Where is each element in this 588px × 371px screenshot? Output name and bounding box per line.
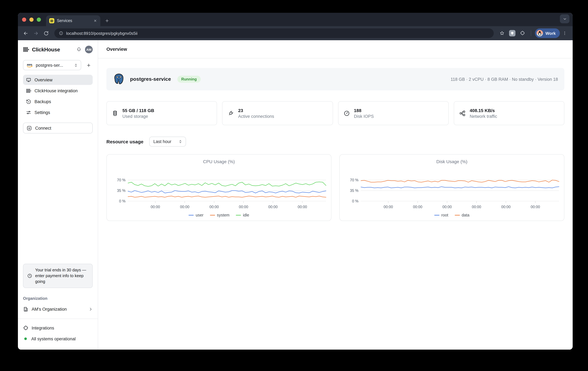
legend-dash-icon [210, 215, 215, 216]
browser-menu-icon[interactable] [561, 29, 568, 38]
sidebar-item-backups[interactable]: Backups [23, 96, 93, 107]
svg-text:00:00: 00:00 [298, 205, 307, 209]
stat-card: 408.15 KB/sNetwork traffic [454, 101, 565, 125]
extensions-puzzle-icon[interactable] [518, 29, 527, 38]
svg-text:00:00: 00:00 [531, 205, 540, 209]
back-button[interactable] [21, 29, 30, 38]
selected-service-name: postgres-ser... [36, 63, 71, 68]
stat-card: 23Active connections [222, 101, 333, 125]
svg-text:0 %: 0 % [352, 199, 358, 203]
settings-icon [26, 110, 31, 115]
stat-label: Network traffic [470, 114, 497, 119]
chart-legend: usersystemidle [110, 213, 328, 217]
brand-name: ClickHouse [32, 46, 73, 52]
integrations-puzzle-icon [23, 325, 28, 331]
svg-text:00:00: 00:00 [413, 205, 422, 209]
notifications-bell-icon[interactable] [75, 46, 83, 53]
minimize-window-button[interactable] [29, 17, 33, 21]
aws-logo-icon: aws [26, 63, 33, 68]
svg-text:0 %: 0 % [119, 199, 126, 203]
resource-usage-heading: Resource usage [106, 139, 144, 144]
chart-title: CPU Usage (%) [110, 159, 328, 164]
sidebar-divider [18, 319, 98, 319]
sidebar-item-settings[interactable]: Settings [23, 107, 93, 118]
svg-text:70 %: 70 % [117, 178, 126, 182]
legend-dash-icon [236, 215, 241, 216]
svg-text:00:00: 00:00 [151, 205, 160, 209]
sidebar-nav: OverviewClickHouse integrationBackupsSet… [23, 75, 93, 118]
organization-name: AM's Organization [32, 307, 67, 311]
legend-label: root [441, 213, 448, 217]
shield-extension-icon[interactable] [508, 29, 517, 38]
trial-notice-text: Your trial ends in 30 days — enter payme… [35, 267, 89, 284]
sidebar-item-label: Overview [34, 77, 52, 82]
stat-cards: 55 GB / 118 GBUsed storage23Active conne… [106, 101, 564, 125]
svg-text:00:00: 00:00 [239, 205, 248, 209]
main-content: Overview postgres-service Runni [98, 40, 573, 350]
profile-chip[interactable]: Work [535, 28, 560, 38]
stat-value: 55 GB / 118 GB [122, 108, 154, 113]
close-window-button[interactable] [22, 17, 26, 21]
clickhouse-icon [26, 88, 31, 93]
time-range-select[interactable]: Last hour [149, 137, 186, 147]
chevron-updown-icon [74, 63, 78, 67]
stat-value: 188 [354, 108, 374, 113]
svg-text:00:00: 00:00 [268, 205, 278, 209]
bookmark-star-icon[interactable] [497, 29, 506, 38]
page-title: Overview [106, 47, 127, 52]
connect-button[interactable]: Connect [23, 123, 93, 133]
legend-item-system: system [210, 213, 230, 217]
tab-search-button[interactable] [560, 14, 569, 23]
svg-text:35 %: 35 % [350, 189, 358, 193]
chart-title: Disk Usage (%) [343, 159, 561, 164]
chart-legend: rootdata [343, 213, 561, 217]
sidebar-item-overview[interactable]: Overview [23, 75, 93, 85]
profile-label: Work [545, 31, 556, 36]
clickhouse-favicon-icon [49, 18, 54, 23]
chevron-right-icon [89, 307, 93, 311]
sidebar-item-label: Backups [34, 99, 51, 104]
disk-usage-chart: Disk Usage (%)70 %35 %0 %00:0000:0000:00… [339, 154, 564, 221]
plug-icon [228, 110, 234, 116]
legend-dash-icon [434, 215, 439, 216]
site-info-icon[interactable] [59, 31, 63, 35]
svg-text:00:00: 00:00 [442, 205, 452, 209]
integrations-row[interactable]: Integrations [23, 323, 93, 332]
sidebar-item-clickhouse-integration[interactable]: ClickHouse integration [23, 86, 93, 96]
database-icon [112, 110, 118, 116]
svg-text:00:00: 00:00 [501, 205, 511, 209]
tab-strip: Services [18, 13, 573, 26]
window-controls [22, 13, 41, 26]
organization-row[interactable]: AM's Organization [23, 305, 93, 313]
service-header: postgres-service Running 118 GB · 2 vCPU… [106, 68, 564, 90]
stat-value: 23 [238, 108, 274, 113]
postgresql-logo-icon [113, 73, 125, 85]
user-avatar[interactable]: AM [85, 46, 93, 53]
charts-row: CPU Usage (%)70 %35 %0 %00:0000:0000:000… [106, 154, 564, 221]
service-name: postgres-service [130, 76, 171, 82]
sidebar-item-label: Settings [34, 110, 50, 115]
gauge-icon [343, 110, 350, 116]
svg-text:00:00: 00:00 [210, 205, 219, 209]
svg-text:aws: aws [27, 63, 32, 66]
svg-text:35 %: 35 % [117, 189, 126, 193]
legend-dash-icon [455, 215, 460, 216]
trial-notice: Your trial ends in 30 days — enter payme… [23, 264, 93, 288]
sidebar-item-label: ClickHouse integration [34, 88, 78, 93]
forward-button[interactable] [31, 29, 40, 38]
url-bar[interactable]: localhost:8910/postgres/pgkybgnv0s5ii [54, 28, 494, 38]
zoom-window-button[interactable] [37, 17, 41, 21]
service-selector[interactable]: aws postgres-ser... [23, 60, 81, 70]
tab-close-icon[interactable] [93, 18, 98, 23]
new-tab-button[interactable] [103, 17, 111, 25]
add-service-button[interactable] [84, 61, 93, 69]
stat-label: Disk IOPS [354, 114, 374, 119]
clickhouse-logo-icon [23, 46, 29, 53]
clock-icon [27, 273, 32, 278]
legend-item-idle: idle [236, 213, 249, 217]
system-status-row[interactable]: All systems operational [23, 334, 93, 343]
svg-text:70 %: 70 % [350, 178, 358, 182]
reload-button[interactable] [42, 29, 51, 38]
svg-text:00:00: 00:00 [384, 205, 393, 209]
browser-tab[interactable]: Services [46, 15, 100, 26]
